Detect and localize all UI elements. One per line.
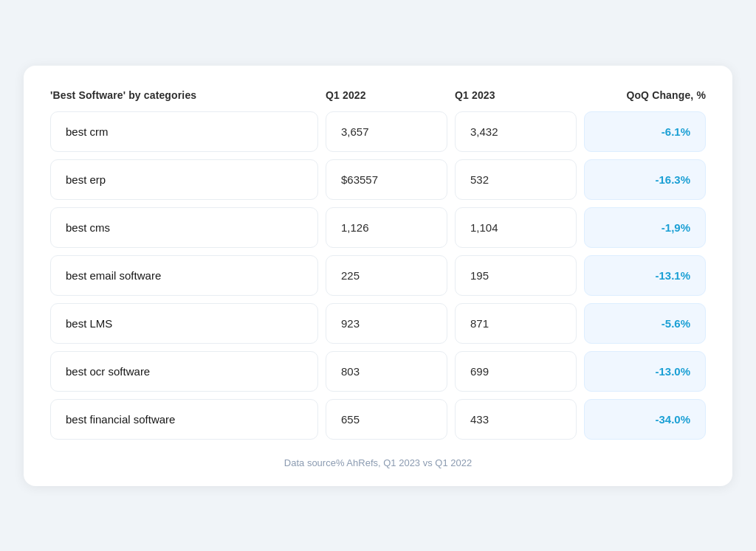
col-header-qoq: QoQ Change, % (584, 89, 706, 101)
cell-q1-2022: 803 (326, 351, 447, 392)
cell-category: best erp (50, 159, 318, 200)
table-row: best ocr software803699-13.0% (50, 351, 706, 392)
col-header-category: 'Best Software' by categories (50, 89, 318, 101)
cell-q1-2022: $63557 (326, 159, 447, 200)
cell-category: best financial software (50, 399, 318, 440)
table-row: best erp$63557532-16.3% (50, 159, 706, 200)
cell-q1-2023: 871 (455, 303, 577, 344)
cell-q1-2022: 1,126 (326, 207, 447, 248)
cell-q1-2022: 225 (326, 255, 447, 296)
cell-q1-2023: 532 (455, 159, 577, 200)
cell-q1-2023: 1,104 (455, 207, 577, 248)
cell-category: best email software (50, 255, 318, 296)
cell-qoq-change: -6.1% (584, 111, 706, 152)
cell-category: best ocr software (50, 351, 318, 392)
cell-qoq-change: -5.6% (584, 303, 706, 344)
cell-qoq-change: -16.3% (584, 159, 706, 200)
col-header-q1-2023: Q1 2023 (455, 89, 577, 101)
cell-q1-2022: 3,657 (326, 111, 447, 152)
cell-category: best crm (50, 111, 318, 152)
cell-q1-2023: 699 (455, 351, 577, 392)
footer-source: Data source% AhRefs, Q1 2023 vs Q1 2022 (50, 457, 706, 468)
table-row: best LMS923871-5.6% (50, 303, 706, 344)
table-header: 'Best Software' by categories Q1 2022 Q1… (50, 89, 706, 111)
table-row: best financial software655433-34.0% (50, 399, 706, 440)
cell-category: best LMS (50, 303, 318, 344)
cell-category: best cms (50, 207, 318, 248)
cell-q1-2022: 655 (326, 399, 447, 440)
cell-q1-2022: 923 (326, 303, 447, 344)
cell-qoq-change: -13.1% (584, 255, 706, 296)
col-header-q1-2022: Q1 2022 (326, 89, 447, 101)
cell-qoq-change: -13.0% (584, 351, 706, 392)
cell-q1-2023: 3,432 (455, 111, 577, 152)
cell-qoq-change: -1,9% (584, 207, 706, 248)
main-card: 'Best Software' by categories Q1 2022 Q1… (24, 66, 732, 486)
table-row: best cms1,1261,104-1,9% (50, 207, 706, 248)
table-body: best crm3,6573,432-6.1%best erp$63557532… (50, 111, 706, 440)
cell-q1-2023: 433 (455, 399, 577, 440)
table-row: best crm3,6573,432-6.1% (50, 111, 706, 152)
table-row: best email software225195-13.1% (50, 255, 706, 296)
cell-qoq-change: -34.0% (584, 399, 706, 440)
cell-q1-2023: 195 (455, 255, 577, 296)
